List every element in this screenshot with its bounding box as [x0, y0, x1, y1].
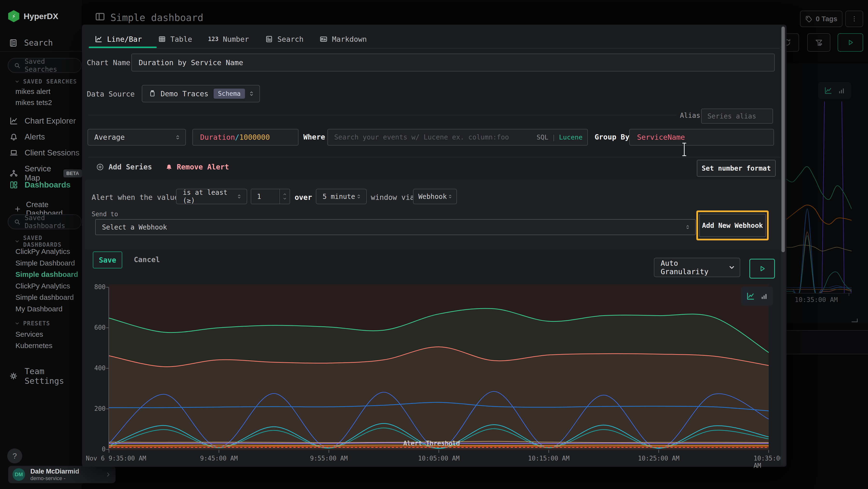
chevron-down-icon: [728, 264, 735, 271]
chevron-updown-icon: [684, 224, 691, 230]
saved-search-item[interactable]: mikes tets2: [16, 98, 52, 107]
series-fill-service-b: [109, 347, 769, 450]
saved-searches-placeholder: Saved Searches: [25, 57, 81, 74]
saved-dashboards-placeholder: Saved Dashboards: [25, 214, 81, 230]
sidebar-item-dashboards[interactable]: Dashboards: [9, 180, 71, 190]
saved-searches-input[interactable]: Saved Searches: [8, 58, 82, 73]
x-tick-label: 10:05:00 AM: [418, 455, 460, 462]
plus-circle-icon: [96, 163, 104, 171]
saved-dashboards-input[interactable]: Saved Dashboards: [8, 214, 82, 229]
sidebar-item-label: Service Map: [25, 164, 57, 182]
cancel-button[interactable]: Cancel: [134, 252, 160, 267]
sidebar-item-alerts[interactable]: Alerts: [9, 132, 45, 141]
beta-badge: BETA: [63, 169, 82, 177]
sidebar-item-chart-explorer[interactable]: Chart Explorer: [9, 116, 76, 125]
avatar: DM: [12, 468, 25, 481]
grid-icon: [9, 180, 18, 190]
alias-divider: [88, 115, 677, 115]
chart-name-input[interactable]: Duration by Service Name: [131, 54, 775, 71]
presets-header[interactable]: PRESETS: [14, 320, 50, 327]
spinner-down-icon[interactable]: [283, 197, 287, 201]
saved-dashboard-item[interactable]: ClickPy Analytics: [16, 248, 70, 256]
chart-name-label: Chart Name: [87, 58, 130, 67]
group-by-input[interactable]: ServiceName: [629, 129, 774, 146]
y-tick-label: 0: [86, 445, 105, 453]
alert-channel-select[interactable]: Webhook: [413, 189, 457, 204]
sidebar-item-client-sessions[interactable]: Client Sessions: [9, 148, 79, 157]
sidebar-item-team-settings[interactable]: Team Settings: [9, 366, 82, 386]
number-spinner[interactable]: [279, 189, 289, 204]
sql-toggle[interactable]: SQL: [536, 134, 548, 141]
play-icon: [758, 264, 766, 273]
sidebar-item-search[interactable]: Search: [9, 38, 53, 48]
alert-condition-select[interactable]: is at least (≥): [176, 189, 247, 204]
chart-name-value: Duration by Service Name: [138, 58, 243, 67]
chevron-down-icon: [14, 239, 20, 244]
tab-search[interactable]: Search: [265, 35, 304, 44]
where-input[interactable]: Search your events w/ Lucene ex. column:…: [328, 129, 588, 146]
chevron-down-icon: [14, 321, 20, 326]
alias-input[interactable]: Series alias: [701, 109, 773, 123]
help-button[interactable]: ?: [7, 449, 22, 463]
add-new-webhook-button[interactable]: Add New Webhook: [699, 214, 766, 237]
remove-alert-button[interactable]: Remove Alert: [165, 163, 229, 171]
granularity-select[interactable]: Auto Granularity: [654, 258, 740, 277]
saved-dashboard-item[interactable]: Simple dashboard: [16, 293, 74, 301]
tab-label: Line/Bar: [107, 35, 142, 44]
tab-number[interactable]: 123Number: [208, 35, 249, 44]
alert-condition-value: is at least (≥): [183, 189, 236, 204]
brand[interactable]: ⚡ HyperDX: [8, 10, 58, 22]
window-via-label: window via: [371, 193, 414, 202]
spinner-up-icon[interactable]: [283, 192, 287, 197]
aggregation-select[interactable]: Average: [88, 129, 186, 146]
alert-threshold-input[interactable]: 1: [251, 189, 290, 204]
x-tick-mark: [109, 450, 109, 453]
line-chart-icon[interactable]: [746, 292, 755, 301]
x-tick-label: 10:25:00 AM: [638, 455, 679, 462]
alert-threshold-label: Alert Threshold: [396, 440, 468, 447]
x-tick-mark: [549, 450, 549, 453]
saved-dashboard-item[interactable]: My Dashboard: [16, 305, 62, 313]
webhook-select[interactable]: Select a Webhook: [95, 219, 695, 235]
save-button[interactable]: Save: [93, 252, 122, 268]
sidebar-item-service-map[interactable]: Service MapBETA: [9, 164, 82, 182]
alert-window-select[interactable]: 5 minute: [316, 189, 367, 204]
data-source-value: Demo Traces: [161, 90, 209, 98]
preset-item[interactable]: Services: [16, 330, 43, 338]
x-tick-label: 10:15:00 AM: [528, 455, 569, 462]
sidebar-divider: [0, 51, 82, 52]
modal-scrollbar-thumb[interactable]: [781, 27, 785, 252]
bell-icon: [165, 163, 173, 171]
preset-item[interactable]: Kubernetes: [16, 342, 52, 350]
data-source-select[interactable]: Demo Traces Schema: [142, 85, 260, 102]
saved-dashboard-item[interactable]: ClickPy Analytics: [16, 282, 70, 290]
tab-icon: [319, 35, 328, 43]
tab-table[interactable]: Table: [158, 35, 192, 44]
add-series-button[interactable]: Add Series: [96, 163, 152, 171]
search-icon: [13, 62, 21, 69]
sidebar-item-label: Alerts: [25, 132, 45, 141]
saved-dashboard-item[interactable]: Simple dashboard: [16, 270, 78, 279]
chevron-updown-icon: [447, 194, 453, 199]
editor-tabs: Line/BarTable123NumberSearchMarkdown: [94, 31, 367, 47]
sidebar-item-label: Dashboards: [25, 180, 71, 190]
chart-type-toggle[interactable]: [741, 287, 773, 306]
chevron-updown-icon: [236, 193, 242, 200]
saved-dashboard-item[interactable]: Simple Dashboard: [16, 259, 75, 267]
set-number-format-button[interactable]: Set number format: [697, 160, 776, 177]
y-tick-label: 600: [86, 324, 105, 331]
saved-searches-header[interactable]: SAVED SEARCHES: [14, 78, 77, 85]
field-name: Duration: [200, 133, 235, 141]
preview-run-button[interactable]: [749, 259, 775, 279]
saved-dashboards-header[interactable]: SAVED DASHBOARDS: [14, 235, 82, 248]
x-tick-label: 10:35:00 AM: [753, 455, 784, 469]
saved-search-item[interactable]: mikes alert: [16, 87, 51, 95]
lucene-toggle[interactable]: Lucene: [559, 134, 583, 141]
field-expression-input[interactable]: Duration/1000000: [192, 129, 299, 146]
user-menu[interactable]: DM Dale McDiarmid demo-service -: [8, 466, 116, 483]
schema-badge: Schema: [214, 89, 245, 99]
bar-chart-icon[interactable]: [760, 292, 768, 300]
tab-icon: [94, 35, 103, 43]
tab-markdown[interactable]: Markdown: [319, 35, 367, 44]
tab-line-bar[interactable]: Line/Bar: [94, 35, 142, 44]
